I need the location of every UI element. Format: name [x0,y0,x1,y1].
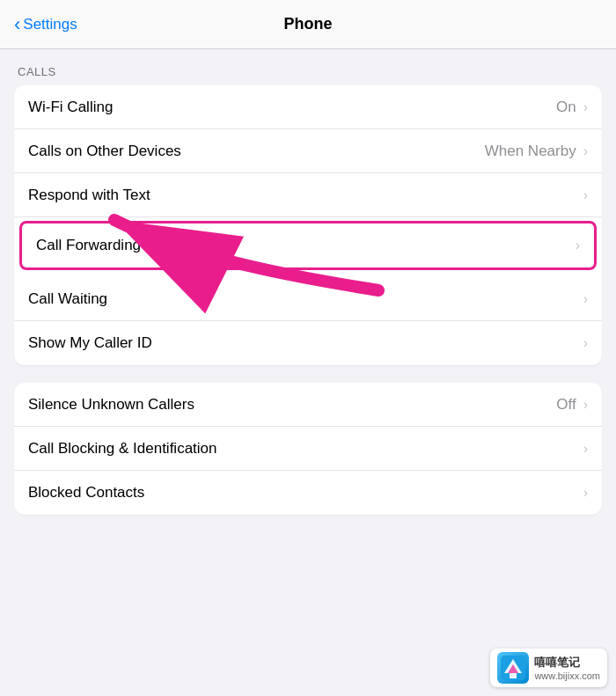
show-caller-id-chevron-icon: › [583,335,588,351]
call-forwarding-chevron-icon: › [576,238,580,253]
back-button[interactable]: ‹ Settings [14,15,77,34]
watermark-name: 嘻嘻笔记 [534,655,600,670]
silence-unknown-value: Off [556,396,576,414]
wifi-calling-right: On › [556,99,588,116]
call-forwarding-highlight-box: Call Forwarding › [19,221,597,270]
blocked-contacts-label: Blocked Contacts [28,484,144,502]
silence-unknown-label: Silence Unknown Callers [28,396,194,414]
call-waiting-label: Call Waiting [28,290,107,308]
call-blocking-right: › [580,441,588,457]
respond-text-chevron-icon: › [583,187,588,203]
call-waiting-row[interactable]: Call Waiting › [14,277,602,321]
watermark: 嘻嘻笔记 www.bijixx.com [490,648,607,687]
silence-unknown-row[interactable]: Silence Unknown Callers Off › [14,383,602,427]
blocked-contacts-chevron-icon: › [583,485,588,501]
nav-bar: ‹ Settings Phone [0,0,616,49]
respond-text-right: › [580,187,588,203]
calls-other-devices-value: When Nearby [485,143,576,160]
show-caller-id-right: › [580,335,588,351]
call-waiting-right: › [580,291,588,307]
call-blocking-chevron-icon: › [583,441,588,457]
silence-unknown-right: Off › [556,396,588,414]
wifi-calling-chevron-icon: › [583,99,588,115]
call-blocking-label: Call Blocking & Identification [28,440,217,458]
calls-settings-group: Wi-Fi Calling On › Calls on Other Device… [14,85,602,365]
back-chevron-icon: ‹ [14,15,20,34]
watermark-text: 嘻嘻笔记 www.bijixx.com [534,655,600,681]
wifi-calling-label: Wi-Fi Calling [28,99,113,116]
svg-rect-3 [510,673,517,678]
silence-unknown-chevron-icon: › [583,397,588,413]
back-label: Settings [23,16,77,33]
calls-other-devices-row[interactable]: Calls on Other Devices When Nearby › [14,129,602,173]
show-caller-id-label: Show My Caller ID [28,334,152,352]
calls-section-label: CALLS [0,49,616,85]
watermark-logo [497,652,529,684]
respond-text-label: Respond with Text [28,187,150,204]
wifi-calling-value: On [556,99,576,116]
calls-other-devices-label: Calls on Other Devices [28,143,181,160]
wifi-calling-row[interactable]: Wi-Fi Calling On › [14,85,602,129]
watermark-url: www.bijixx.com [534,670,600,681]
respond-text-row[interactable]: Respond with Text › [14,173,602,217]
call-forwarding-label: Call Forwarding [36,237,141,254]
call-forwarding-right: › [572,238,580,253]
calls-other-devices-right: When Nearby › [485,143,588,160]
call-waiting-chevron-icon: › [583,291,588,307]
page-title: Phone [283,15,332,33]
call-blocking-row[interactable]: Call Blocking & Identification › [14,427,602,471]
second-settings-group: Silence Unknown Callers Off › Call Block… [14,383,602,515]
blocked-contacts-row[interactable]: Blocked Contacts › [14,471,602,515]
call-forwarding-row[interactable]: Call Forwarding › [22,223,594,267]
blocked-contacts-right: › [580,485,588,501]
show-caller-id-row[interactable]: Show My Caller ID › [14,321,602,365]
calls-other-devices-chevron-icon: › [583,143,588,159]
